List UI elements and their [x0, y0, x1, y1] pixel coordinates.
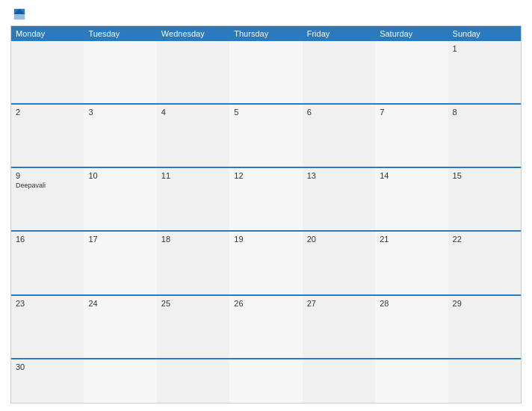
day-cell: 18: [157, 232, 229, 294]
day-cell: 15: [448, 168, 521, 230]
day-number: 17: [88, 235, 152, 244]
day-cell: 8: [448, 105, 521, 167]
day-cell: 29: [448, 296, 521, 358]
day-number: 12: [234, 171, 297, 180]
day-cell: 4: [157, 105, 229, 167]
day-cell: 19: [229, 232, 302, 294]
day-number: 2: [16, 108, 79, 117]
day-cell: [11, 41, 84, 103]
week-row: 2345678: [11, 103, 521, 167]
day-cell: 22: [448, 232, 521, 294]
logo: [10, 7, 28, 21]
day-header-wednesday: Wednesday: [157, 26, 229, 41]
day-number: 8: [453, 108, 516, 117]
day-number: 30: [16, 362, 79, 371]
day-number: 14: [380, 171, 443, 180]
day-cell: 13: [303, 168, 375, 230]
logo-flag-icon: [13, 7, 26, 21]
day-cell: 12: [229, 168, 302, 230]
day-number: 9: [16, 171, 79, 180]
day-number: 28: [380, 299, 443, 308]
day-cell: 27: [303, 296, 375, 358]
day-cell: 11: [157, 168, 229, 230]
day-cell: [229, 41, 302, 103]
calendar: MondayTuesdayWednesdayThursdayFridaySatu…: [10, 25, 522, 404]
day-number: 22: [453, 235, 516, 244]
day-cell: [375, 359, 448, 403]
day-cell: 9Deepavali: [11, 168, 84, 230]
day-number: 10: [88, 171, 152, 180]
week-row: 1: [11, 41, 521, 103]
day-cell: 23: [11, 296, 84, 358]
day-number: 11: [161, 171, 225, 180]
day-number: 24: [88, 299, 152, 308]
day-cell: [448, 359, 521, 403]
day-cell: 2: [11, 105, 84, 167]
day-cell: [84, 359, 156, 403]
day-cell: 28: [375, 296, 448, 358]
day-cell: 16: [11, 232, 84, 294]
day-number: 26: [234, 299, 297, 308]
day-number: 15: [453, 171, 516, 180]
day-cell: 21: [375, 232, 448, 294]
day-number: 6: [307, 108, 371, 117]
day-number: 20: [307, 235, 371, 244]
day-number: 29: [453, 299, 516, 308]
day-cell: 25: [157, 296, 229, 358]
day-cell: 14: [375, 168, 448, 230]
day-cell: [157, 359, 229, 403]
day-number: 16: [16, 235, 79, 244]
day-event: Deepavali: [16, 182, 79, 189]
day-header-friday: Friday: [303, 26, 375, 41]
day-number: 13: [307, 171, 371, 180]
week-row: 9Deepavali101112131415: [11, 167, 521, 230]
day-cell: [303, 359, 375, 403]
day-header-tuesday: Tuesday: [84, 26, 156, 41]
day-cell: [303, 41, 375, 103]
day-cell: [84, 41, 156, 103]
day-number: 25: [161, 299, 225, 308]
day-cell: 24: [84, 296, 156, 358]
day-cell: 7: [375, 105, 448, 167]
day-headers: MondayTuesdayWednesdayThursdayFridaySatu…: [11, 26, 521, 41]
day-number: 1: [453, 44, 516, 53]
calendar-page: MondayTuesdayWednesdayThursdayFridaySatu…: [0, 0, 532, 411]
day-cell: 1: [448, 41, 521, 103]
week-row: 16171819202122: [11, 230, 521, 294]
day-number: 18: [161, 235, 225, 244]
svg-marker-1: [14, 14, 25, 19]
day-cell: 30: [11, 359, 84, 403]
day-header-saturday: Saturday: [375, 26, 448, 41]
day-number: 7: [380, 108, 443, 117]
day-cell: 26: [229, 296, 302, 358]
day-number: 5: [234, 108, 297, 117]
week-row: 23242526272829: [11, 294, 521, 358]
day-header-sunday: Sunday: [448, 26, 521, 41]
day-cell: 5: [229, 105, 302, 167]
day-cell: 10: [84, 168, 156, 230]
day-cell: 3: [84, 105, 156, 167]
day-number: 21: [380, 235, 443, 244]
day-number: 3: [88, 108, 152, 117]
day-number: 23: [16, 299, 79, 308]
week-row: 30: [11, 358, 521, 403]
day-cell: [157, 41, 229, 103]
day-number: 19: [234, 235, 297, 244]
day-cell: 17: [84, 232, 156, 294]
day-cell: 6: [303, 105, 375, 167]
day-header-thursday: Thursday: [229, 26, 302, 41]
day-cell: [229, 359, 302, 403]
calendar-body: 123456789Deepavali1011121314151617181920…: [11, 41, 521, 403]
day-number: 27: [307, 299, 371, 308]
day-cell: [375, 41, 448, 103]
day-number: 4: [161, 108, 225, 117]
day-cell: 20: [303, 232, 375, 294]
day-header-monday: Monday: [11, 26, 84, 41]
header: [10, 7, 522, 21]
